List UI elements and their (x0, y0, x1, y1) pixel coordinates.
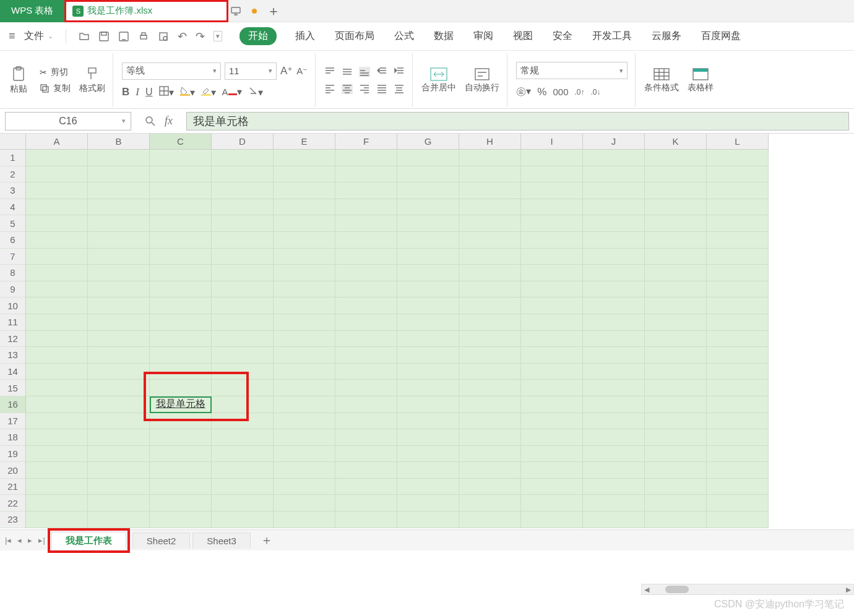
cell[interactable] (150, 166, 212, 183)
cell[interactable] (274, 199, 335, 216)
cell[interactable] (88, 446, 150, 463)
ribbon-tab-baidu[interactable]: 百度网盘 (700, 27, 742, 45)
cell[interactable] (26, 297, 88, 314)
cell[interactable] (583, 364, 645, 380)
row-header[interactable]: 18 (0, 429, 26, 446)
cell[interactable] (521, 249, 583, 265)
cell[interactable] (335, 347, 397, 364)
cell[interactable] (645, 265, 707, 281)
cell[interactable] (521, 429, 583, 446)
align-middle-icon[interactable] (342, 67, 353, 77)
clear-format-icon[interactable]: ▾ (248, 86, 263, 98)
cell[interactable] (459, 446, 521, 463)
cell[interactable] (583, 166, 645, 183)
cell[interactable] (26, 249, 88, 265)
font-name-dropdown[interactable]: 等线 (122, 62, 221, 80)
add-sheet-button[interactable]: ＋ (253, 532, 280, 549)
horizontal-scrollbar[interactable]: ◀ ▶ (641, 584, 854, 595)
cell[interactable] (707, 396, 769, 413)
percent-icon[interactable]: % (537, 86, 546, 98)
cell[interactable] (150, 281, 212, 298)
cell[interactable] (26, 462, 88, 479)
cell[interactable] (150, 380, 212, 396)
cell[interactable] (459, 364, 521, 380)
cell[interactable] (583, 232, 645, 249)
cell[interactable] (521, 364, 583, 380)
cell[interactable] (212, 150, 274, 166)
zoom-icon[interactable] (145, 116, 156, 127)
cell[interactable] (212, 396, 274, 413)
italic-icon[interactable]: I (136, 86, 139, 98)
cell[interactable] (150, 182, 212, 199)
ribbon-tab-formulas[interactable]: 公式 (393, 27, 415, 45)
cell[interactable] (521, 413, 583, 430)
cell[interactable] (645, 215, 707, 232)
cell[interactable] (212, 380, 274, 396)
scroll-right-icon[interactable]: ▶ (843, 586, 853, 594)
cell[interactable] (707, 199, 769, 216)
cell[interactable] (274, 232, 335, 249)
cell[interactable] (212, 265, 274, 281)
cell[interactable] (150, 199, 212, 216)
cell[interactable] (335, 265, 397, 281)
cell[interactable] (335, 380, 397, 396)
column-header[interactable]: G (397, 134, 459, 150)
wrap-text-button[interactable]: 自动换行 (465, 67, 499, 93)
cell[interactable] (397, 413, 459, 430)
cell[interactable] (521, 281, 583, 298)
cell[interactable] (335, 249, 397, 265)
cell[interactable] (583, 314, 645, 331)
cell[interactable] (583, 150, 645, 166)
cell[interactable] (274, 281, 335, 298)
cell[interactable] (645, 314, 707, 331)
row-header[interactable]: 23 (0, 511, 26, 528)
cell[interactable] (335, 199, 397, 216)
cell[interactable] (459, 380, 521, 396)
cell[interactable] (150, 462, 212, 479)
next-sheet-icon[interactable]: ▸ (28, 536, 32, 545)
cell[interactable] (88, 413, 150, 430)
decrease-decimal-icon[interactable]: .0↓ (591, 88, 601, 96)
cell[interactable] (397, 297, 459, 314)
column-header[interactable]: D (212, 134, 274, 150)
row-header[interactable]: 3 (0, 182, 26, 199)
cell[interactable] (521, 396, 583, 413)
cell[interactable] (26, 150, 88, 166)
bold-icon[interactable]: B (122, 86, 129, 98)
cell[interactable] (707, 446, 769, 463)
cell[interactable] (88, 199, 150, 216)
cell[interactable] (274, 446, 335, 463)
cell[interactable] (521, 462, 583, 479)
cell[interactable] (707, 314, 769, 331)
cell[interactable] (521, 479, 583, 495)
column-header[interactable]: B (88, 134, 150, 150)
cell[interactable] (583, 396, 645, 413)
sheet-tab-active[interactable]: 我是工作表 (51, 532, 126, 549)
cell[interactable] (212, 347, 274, 364)
cell[interactable] (26, 265, 88, 281)
cell[interactable] (521, 150, 583, 166)
cell[interactable] (274, 413, 335, 430)
cell[interactable] (212, 199, 274, 216)
cell[interactable] (26, 446, 88, 463)
cell[interactable] (583, 182, 645, 199)
row-header[interactable]: 6 (0, 232, 26, 249)
cell[interactable] (583, 511, 645, 528)
justify-icon[interactable] (376, 84, 387, 94)
cell[interactable] (88, 396, 150, 413)
row-header[interactable]: 14 (0, 364, 26, 380)
cell[interactable] (88, 297, 150, 314)
cell[interactable] (212, 511, 274, 528)
cell[interactable] (707, 462, 769, 479)
cell[interactable] (274, 479, 335, 495)
prev-sheet-icon[interactable]: ◂ (17, 536, 22, 545)
cell[interactable] (88, 331, 150, 348)
cell[interactable] (150, 413, 212, 430)
decrease-font-icon[interactable]: A⁻ (296, 66, 308, 77)
cell[interactable] (583, 199, 645, 216)
row-header[interactable]: 5 (0, 215, 26, 232)
cell[interactable] (26, 495, 88, 511)
ribbon-tab-home[interactable]: 开始 (239, 27, 277, 45)
cell[interactable] (335, 446, 397, 463)
cell[interactable] (150, 364, 212, 380)
